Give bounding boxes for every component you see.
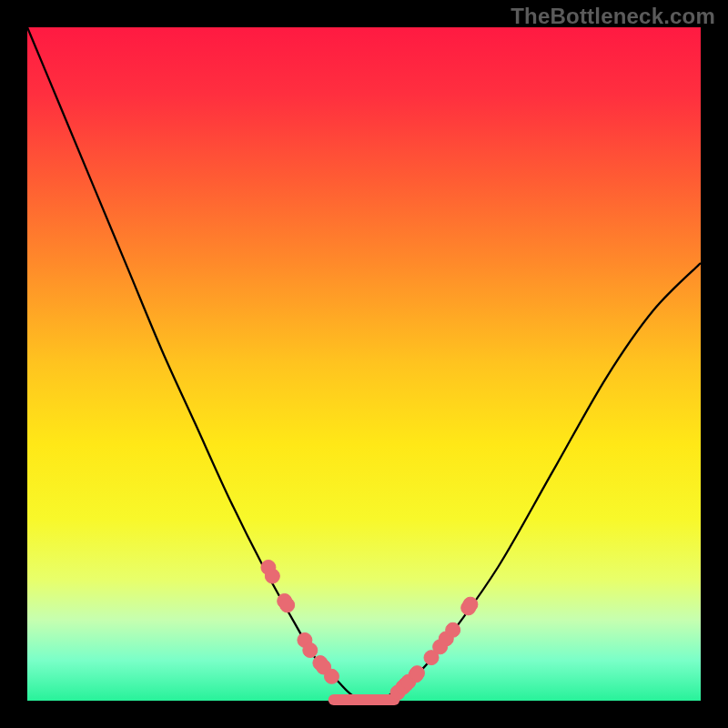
data-marker — [324, 669, 339, 683]
bottleneck-chart — [0, 0, 728, 728]
watermark-text: TheBottleneck.com — [511, 4, 715, 29]
data-marker — [410, 666, 424, 681]
data-marker — [463, 597, 478, 612]
data-marker — [265, 569, 279, 583]
chart-frame: TheBottleneck.com — [0, 0, 728, 728]
data-marker — [280, 598, 295, 612]
plot-background — [27, 27, 701, 701]
data-marker — [446, 622, 460, 637]
data-marker — [303, 643, 318, 658]
